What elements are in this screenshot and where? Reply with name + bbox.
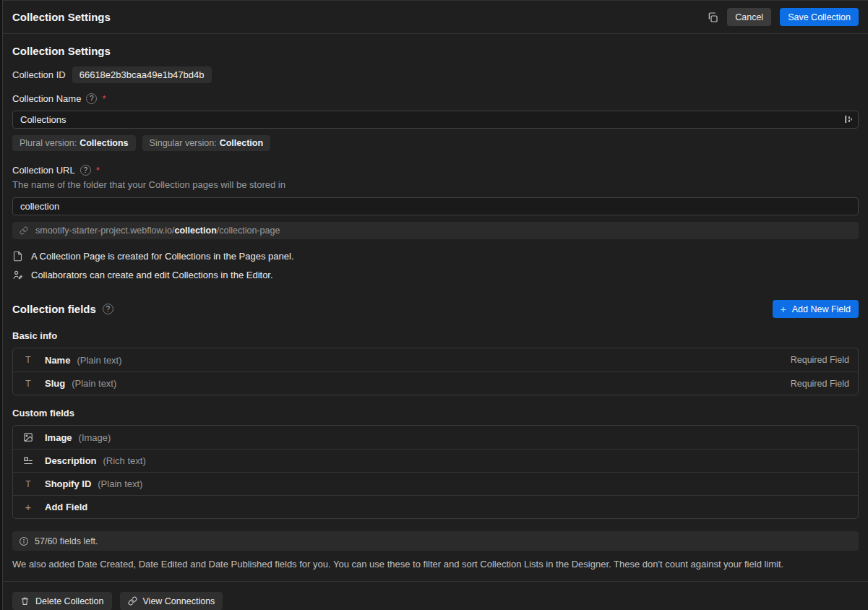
cancel-button[interactable]: Cancel [727,8,771,26]
collection-settings-heading: Collection Settings [12,45,859,57]
field-row-slug[interactable]: T Slug (Plain text) Required Field [13,371,858,395]
collection-fields-heading-group: Collection fields ? [12,303,113,315]
page-title: Collection Settings [12,11,111,23]
field-name: Description [45,455,97,466]
collection-id-value: 66618e2b3bcaa49e1b47bd4b [72,66,212,83]
url-preview-text: smootify-starter-project.webflow.io/coll… [35,225,280,236]
field-name: Slug [45,378,65,389]
basic-fields-list: T Name (Plain text) Required Field T Slu… [12,348,859,395]
field-type: (Rich text) [103,455,146,466]
collection-name-label: Collection Name [12,93,81,104]
help-icon[interactable]: ? [86,93,97,104]
collection-fields-heading: Collection fields [12,303,96,315]
singular-version-prefix: Singular version: [150,138,217,148]
url-preview-bar: smootify-starter-project.webflow.io/coll… [12,222,859,239]
field-name: Shopify ID [45,478,91,489]
duplicate-icon[interactable] [707,12,718,23]
required-asterisk: * [96,165,100,176]
collection-name-label-row: Collection Name ? * [12,93,859,104]
add-new-field-button[interactable]: + Add New Field [773,300,859,318]
collection-id-label: Collection ID [12,69,66,80]
custom-fields-list: Image (Image) Description (Rich text) T … [12,425,859,519]
text-field-icon: T [22,379,35,389]
date-fields-note: We also added Date Created, Date Edited … [12,559,859,570]
add-field-label: Add Field [45,502,87,512]
collection-fields-header-row: Collection fields ? + Add New Field [12,300,859,318]
add-field-row[interactable]: + Add Field [13,495,858,518]
required-asterisk: * [102,93,106,104]
save-collection-button[interactable]: Save Collection [780,8,859,26]
required-field-badge: Required Field [791,379,849,389]
collection-url-help: The name of the folder that your Collect… [12,179,859,190]
field-name: Image [45,432,72,443]
add-new-field-label: Add New Field [792,304,851,314]
text-field-icon: T [22,355,35,365]
delete-collection-label: Delete Collection [35,596,104,606]
field-type: (Plain text) [98,478,142,489]
url-preview-slug: collection [174,225,216,236]
collaborators-info-row: Collaborators can create and edit Collec… [12,270,859,280]
field-type: (Plain text) [77,355,121,366]
url-preview-prefix: smootify-starter-project.webflow.io/ [35,225,174,236]
link-icon [128,596,137,606]
basic-info-heading: Basic info [12,330,859,341]
collection-url-input-wrap [12,197,859,215]
plural-version-value: Collections [80,138,128,148]
field-row-name[interactable]: T Name (Plain text) Required Field [13,348,858,371]
collection-id-row: Collection ID 66618e2b3bcaa49e1b47bd4b [12,66,859,83]
pages-panel-info-row: A Collection Page is created for Collect… [12,251,859,262]
header-actions: Cancel Save Collection [707,8,859,26]
help-icon[interactable]: ? [103,304,113,314]
view-connections-button[interactable]: View Connections [120,592,223,610]
collection-url-label-row: Collection URL ? * [12,165,859,176]
footer-bar: Delete Collection View Connections [3,581,868,610]
collection-name-input[interactable] [12,111,859,129]
url-preview-suffix: /collection-page [217,225,280,236]
collection-settings-panel: Collection Settings Cancel Save Collecti… [2,0,868,610]
binding-icon[interactable] [843,114,854,124]
info-icon [19,536,29,546]
field-row-shopify-id[interactable]: T Shopify ID (Plain text) [13,472,858,495]
view-connections-label: View Connections [143,596,215,606]
delete-collection-button[interactable]: Delete Collection [12,592,112,610]
singular-version-badge: Singular version:Collection [142,135,271,151]
image-field-icon [22,432,35,442]
version-badges: Plural version:Collections Singular vers… [12,135,859,151]
page-icon [12,251,23,262]
collaborator-icon [12,270,23,280]
field-type: (Image) [79,432,111,443]
collection-url-label: Collection URL [12,165,75,176]
header-bar: Collection Settings Cancel Save Collecti… [3,1,868,34]
field-name: Name [45,355,70,366]
trash-icon [20,596,30,606]
field-row-image[interactable]: Image (Image) [13,426,858,449]
link-icon [20,226,28,235]
singular-version-value: Collection [220,138,263,148]
collaborators-info-text: Collaborators can create and edit Collec… [31,270,273,280]
text-field-icon: T [22,479,35,489]
field-type: (Plain text) [72,378,116,389]
field-row-description[interactable]: Description (Rich text) [13,449,858,472]
plus-icon: + [22,501,35,513]
plural-version-prefix: Plural version: [20,138,77,148]
settings-content: Collection Settings Collection ID 66618e… [3,45,868,570]
fields-left-text: 57/60 fields left. [35,536,98,546]
pages-panel-info-text: A Collection Page is created for Collect… [31,251,294,262]
required-field-badge: Required Field [791,355,849,365]
plural-version-badge: Plural version:Collections [12,135,136,151]
collection-name-input-wrap [12,111,859,129]
fields-left-banner: 57/60 fields left. [12,531,859,551]
custom-fields-heading: Custom fields [12,408,859,418]
help-icon[interactable]: ? [80,165,91,176]
richtext-field-icon [22,456,35,466]
collection-url-input[interactable] [12,197,859,215]
plus-icon: + [781,304,786,314]
